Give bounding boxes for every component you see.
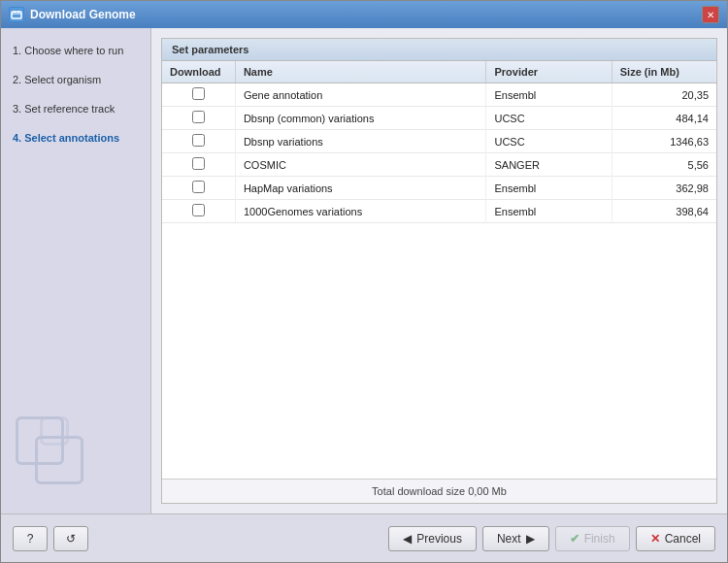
title-bar-buttons: ✕ — [702, 6, 719, 23]
previous-button[interactable]: ◀ Previous — [388, 526, 477, 551]
download-checkbox-4[interactable] — [192, 181, 205, 193]
size-cell-5: 398,64 — [612, 200, 716, 223]
cancel-label: Cancel — [665, 532, 701, 546]
download-checkbox-1[interactable] — [192, 111, 205, 123]
next-label: Next — [497, 532, 521, 546]
bottom-right-buttons: ◀ Previous Next ▶ ✔ Finish ✕ Cancel — [388, 526, 715, 551]
col-header-1: Name — [235, 61, 486, 83]
table-row-1: Dbsnp (common) variationsUCSC484,14 — [162, 107, 716, 130]
table-row-3: COSMICSANGER5,56 — [162, 153, 716, 177]
download-checkbox-3[interactable] — [192, 157, 205, 170]
panel-footer: Total download size 0,00 Mb — [162, 479, 716, 503]
sidebar: 1. Choose where to run2. Select organism… — [1, 28, 151, 513]
download-checkbox-0[interactable] — [192, 87, 205, 100]
panel: Set parameters DownloadNameProviderSize … — [161, 38, 717, 504]
name-cell-4: HapMap variations — [235, 177, 486, 200]
help-label: ? — [27, 532, 34, 546]
provider-cell-5: Ensembl — [486, 200, 612, 223]
provider-cell-3: SANGER — [486, 153, 612, 177]
download-cell-1 — [162, 107, 235, 130]
next-button[interactable]: Next ▶ — [482, 526, 549, 551]
provider-cell-4: Ensembl — [486, 177, 612, 200]
annotations-table: DownloadNameProviderSize (in Mb) Gene an… — [162, 61, 716, 223]
window-icon — [9, 7, 24, 22]
name-cell-2: Dbsnp variations — [235, 130, 486, 153]
header-row: DownloadNameProviderSize (in Mb) — [162, 61, 716, 83]
previous-label: Previous — [416, 532, 462, 546]
name-cell-5: 1000Genomes variations — [235, 200, 486, 223]
svg-rect-0 — [12, 12, 21, 18]
finish-check-icon: ✔ — [570, 532, 579, 546]
help-button[interactable]: ? — [13, 526, 48, 551]
col-header-2: Provider — [486, 61, 612, 83]
download-cell-3 — [162, 153, 235, 177]
size-cell-3: 5,56 — [612, 153, 716, 177]
sidebar-decoration — [11, 397, 98, 494]
cancel-x-icon: ✕ — [650, 532, 660, 546]
finish-button[interactable]: ✔ Finish — [555, 526, 630, 551]
download-checkbox-5[interactable] — [192, 204, 205, 216]
next-arrow-icon: ▶ — [526, 532, 535, 546]
step-3[interactable]: 3. Set reference track — [9, 101, 143, 116]
download-cell-5 — [162, 200, 235, 223]
name-cell-1: Dbsnp (common) variations — [235, 107, 486, 130]
prev-arrow-icon: ◀ — [403, 532, 412, 546]
panel-header: Set parameters — [162, 39, 716, 61]
finish-label: Finish — [584, 532, 615, 546]
download-checkbox-2[interactable] — [192, 134, 205, 147]
col-header-3: Size (in Mb) — [612, 61, 716, 83]
title-bar-left: Download Genome — [9, 7, 136, 22]
table-container[interactable]: DownloadNameProviderSize (in Mb) Gene an… — [162, 61, 716, 479]
window-title: Download Genome — [30, 8, 136, 21]
bottom-bar: ? ↺ ◀ Previous Next ▶ ✔ Finish ✕ Cancel — [1, 513, 727, 562]
cancel-button[interactable]: ✕ Cancel — [636, 526, 715, 551]
size-cell-4: 362,98 — [612, 177, 716, 200]
table-row-5: 1000Genomes variationsEnsembl398,64 — [162, 200, 716, 223]
download-cell-0 — [162, 83, 235, 107]
deco-square-3 — [40, 416, 69, 446]
title-bar: Download Genome ✕ — [1, 1, 727, 28]
table-row-4: HapMap variationsEnsembl362,98 — [162, 177, 716, 200]
size-cell-2: 1346,63 — [612, 130, 716, 153]
download-cell-2 — [162, 130, 235, 153]
table-row-2: Dbsnp variationsUCSC1346,63 — [162, 130, 716, 153]
bottom-left-buttons: ? ↺ — [13, 526, 88, 551]
name-cell-3: COSMIC — [235, 153, 486, 177]
step-1[interactable]: 1. Choose where to run — [9, 43, 143, 58]
name-cell-0: Gene annotation — [235, 83, 486, 107]
content-area: 1. Choose where to run2. Select organism… — [1, 28, 727, 513]
provider-cell-0: Ensembl — [486, 83, 612, 107]
reset-button[interactable]: ↺ — [53, 526, 88, 551]
table-body: Gene annotationEnsembl20,35Dbsnp (common… — [162, 83, 716, 223]
table-header: DownloadNameProviderSize (in Mb) — [162, 61, 716, 83]
table-row-0: Gene annotationEnsembl20,35 — [162, 83, 716, 107]
close-button[interactable]: ✕ — [702, 6, 719, 23]
reset-label: ↺ — [66, 532, 76, 546]
step-2[interactable]: 2. Select organism — [9, 72, 143, 87]
provider-cell-2: UCSC — [486, 130, 612, 153]
main-window: Download Genome ✕ 1. Choose where to run… — [0, 0, 728, 563]
sidebar-steps: 1. Choose where to run2. Select organism… — [9, 43, 143, 146]
size-cell-0: 20,35 — [612, 83, 716, 107]
size-cell-1: 484,14 — [612, 107, 716, 130]
provider-cell-1: UCSC — [486, 107, 612, 130]
main-area: Set parameters DownloadNameProviderSize … — [151, 28, 727, 513]
step-4[interactable]: 4. Select annotations — [9, 130, 143, 146]
col-header-0: Download — [162, 61, 235, 83]
download-cell-4 — [162, 177, 235, 200]
